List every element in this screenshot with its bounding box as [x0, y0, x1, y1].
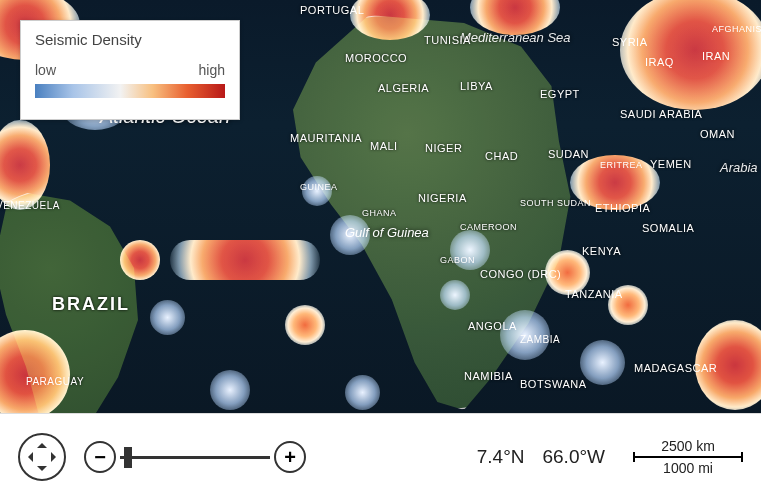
heat-blob: [210, 370, 250, 410]
ocean-label-arabia: Arabia: [720, 160, 758, 175]
legend-panel: Seismic Density low high: [20, 20, 240, 120]
scale-bar: [633, 456, 743, 458]
pan-right-icon[interactable]: [51, 452, 61, 462]
ocean-label-gulf-of-guinea: Gulf of Guinea: [345, 225, 429, 240]
country-label-iraq: IRAQ: [645, 56, 674, 68]
country-label-oman: OMAN: [700, 128, 735, 140]
country-label-somalia: SOMALIA: [642, 222, 694, 234]
heat-blob: [620, 0, 761, 110]
scale-km-label: 2500 km: [661, 438, 715, 454]
country-label-eritrea: ERITREA: [600, 160, 643, 170]
latitude-value: 7.4°N: [477, 446, 525, 468]
zoom-slider-track[interactable]: [120, 456, 270, 459]
country-label-kenya: KENYA: [582, 245, 621, 257]
heat-blob: [345, 375, 380, 410]
pan-down-icon[interactable]: [37, 466, 47, 476]
country-label-portugal: PORTUGAL: [300, 4, 364, 16]
zoom-control: − +: [84, 441, 306, 473]
country-label-afghanistan: AFGHANISTAN: [712, 24, 761, 34]
country-label-tanzania: TANZANIA: [565, 288, 623, 300]
legend-high-label: high: [199, 62, 225, 78]
country-label-saudi-arabia: SAUDI ARABIA: [620, 108, 702, 120]
heat-blob: [580, 340, 625, 385]
controls-bar: − + 7.4°N 66.0°W 2500 km 1000 mi: [0, 413, 761, 500]
country-label-ethiopia: ETHIOPIA: [595, 202, 650, 214]
longitude-value: 66.0°W: [542, 446, 605, 468]
zoom-slider-handle[interactable]: [124, 447, 132, 468]
zoom-in-button[interactable]: +: [274, 441, 306, 473]
heat-blob: [170, 240, 320, 280]
heat-blob: [695, 320, 761, 410]
country-label-botswana: BOTSWANA: [520, 378, 587, 390]
pan-left-icon[interactable]: [23, 452, 33, 462]
scale-mi-label: 1000 mi: [663, 460, 713, 476]
country-label-madagascar: MADAGASCAR: [634, 362, 717, 374]
country-label-syria: SYRIA: [612, 36, 648, 48]
country-label-iran: IRAN: [702, 50, 730, 62]
legend-low-label: low: [35, 62, 56, 78]
zoom-out-button[interactable]: −: [84, 441, 116, 473]
continent-africa: [255, 15, 635, 410]
legend-gradient: [35, 84, 225, 98]
legend-title: Seismic Density: [35, 31, 225, 48]
heat-blob: [570, 155, 660, 210]
scale-indicator: 2500 km 1000 mi: [633, 438, 743, 476]
continent-south-america: [0, 190, 170, 413]
heat-blob: [150, 300, 185, 335]
heat-blob: [608, 285, 648, 325]
country-label-zambia: ZAMBIA: [520, 334, 560, 345]
ocean-label-mediterranean: Mediterranean Sea: [460, 30, 571, 45]
pan-control[interactable]: [18, 433, 66, 481]
coordinates-readout: 7.4°N 66.0°W: [477, 446, 605, 468]
heat-blob: [285, 305, 325, 345]
pan-up-icon[interactable]: [37, 438, 47, 448]
map-canvas[interactable]: Atlantic Ocean Sargasso Sea Gulf of Guin…: [0, 0, 761, 413]
country-label-yemen: YEMEN: [650, 158, 692, 170]
